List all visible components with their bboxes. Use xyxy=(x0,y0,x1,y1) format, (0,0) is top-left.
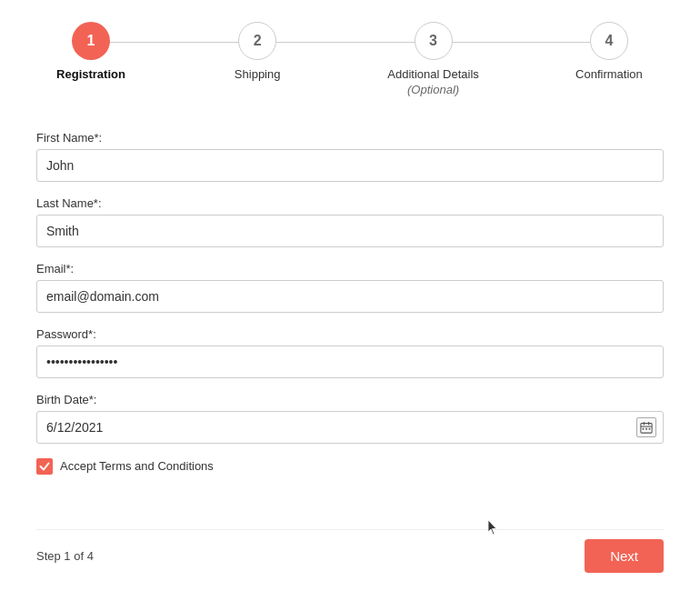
first-name-group: First Name*: xyxy=(36,131,664,182)
date-wrapper xyxy=(36,411,664,444)
svg-rect-4 xyxy=(643,428,645,430)
step-indicator: Step 1 of 4 xyxy=(36,549,94,563)
step-label-4: Confirmation xyxy=(575,67,643,83)
step-label-3: Additional Details (Optional) xyxy=(387,67,478,98)
terms-row: Accept Terms and Conditions xyxy=(36,458,664,475)
password-input[interactable] xyxy=(36,346,664,378)
footer: Step 1 of 4 Next xyxy=(36,529,664,573)
next-button[interactable]: Next xyxy=(585,539,664,573)
birth-date-group: Birth Date*: xyxy=(36,393,664,444)
calendar-icon[interactable] xyxy=(636,417,656,437)
stepper: 1 Registration 2 Shipping 3 Additional D… xyxy=(36,22,664,98)
registration-form: First Name*: Last Name*: Email*: Passwor… xyxy=(36,131,664,529)
step-sublabel-3: (Optional) xyxy=(407,83,459,96)
terms-checkbox[interactable] xyxy=(36,458,53,475)
step-number-1: 1 xyxy=(87,33,95,49)
step-number-4: 4 xyxy=(605,33,614,49)
birth-date-label: Birth Date*: xyxy=(36,393,664,406)
step-circle-3[interactable]: 3 xyxy=(415,22,453,60)
svg-rect-6 xyxy=(649,428,651,430)
step-4: 4 Confirmation xyxy=(573,22,645,83)
step-1: 1 Registration xyxy=(55,22,127,83)
password-group: Password*: xyxy=(36,327,664,378)
step-label-2: Shipping xyxy=(235,67,281,83)
last-name-group: Last Name*: xyxy=(36,196,664,247)
step-circle-4[interactable]: 4 xyxy=(590,22,628,60)
step-circle-1[interactable]: 1 xyxy=(72,22,110,60)
email-input[interactable] xyxy=(36,280,664,313)
step-circle-2[interactable]: 2 xyxy=(238,22,276,60)
last-name-label: Last Name*: xyxy=(36,196,664,210)
step-2: 2 Shipping xyxy=(221,22,294,83)
step-3: 3 Additional Details (Optional) xyxy=(387,22,478,98)
terms-label: Accept Terms and Conditions xyxy=(60,459,214,473)
last-name-input[interactable] xyxy=(36,215,664,247)
step-label-1: Registration xyxy=(56,67,125,83)
birth-date-input[interactable] xyxy=(36,411,664,444)
first-name-label: First Name*: xyxy=(36,131,664,145)
email-group: Email*: xyxy=(36,262,664,313)
page-container: 1 Registration 2 Shipping 3 Additional D… xyxy=(0,0,700,591)
step-number-2: 2 xyxy=(254,33,262,49)
email-label: Email*: xyxy=(36,262,664,275)
step-number-3: 3 xyxy=(429,33,437,49)
first-name-input[interactable] xyxy=(36,149,664,182)
password-label: Password*: xyxy=(36,327,664,341)
svg-rect-5 xyxy=(645,428,647,430)
